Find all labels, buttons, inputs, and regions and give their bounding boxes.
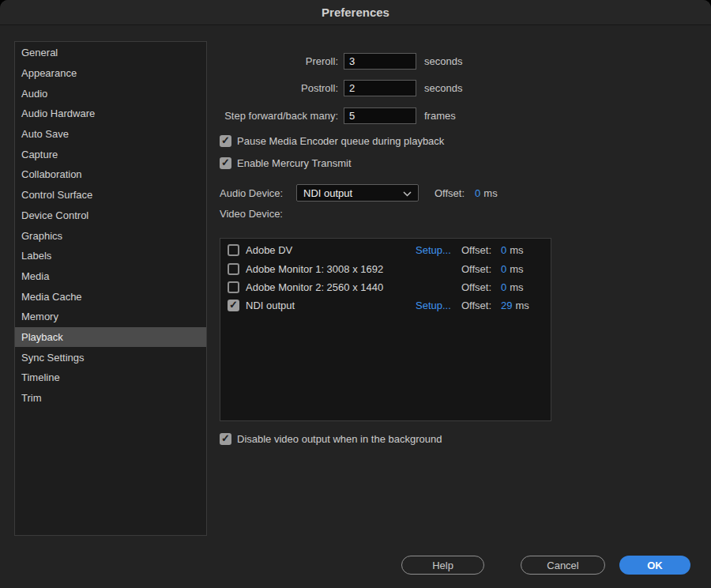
cancel-button[interactable]: Cancel [521,556,605,575]
sidebar-item-media[interactable]: Media [15,266,206,287]
video-device-offset-label: Offset: [461,281,501,293]
sidebar-item-timeline[interactable]: Timeline [15,368,206,388]
dialog-title: Preferences [322,6,389,19]
video-device-checkbox[interactable] [228,263,239,275]
audio-offset-label: Offset: [434,187,465,199]
sidebar-item-trim[interactable]: Trim [15,388,206,409]
video-device-offset-label: Offset: [461,263,501,275]
pause-media-encoder-checkbox[interactable] [220,135,231,147]
audio-device-selected-value: NDI output [303,187,352,199]
video-device-name: NDI output [246,300,416,311]
sidebar-item-memory[interactable]: Memory [15,307,206,327]
sidebar-item-appearance[interactable]: Appearance [15,63,206,84]
postroll-label: Postroll: [220,82,338,94]
sidebar: GeneralAppearanceAudioAudio HardwareAuto… [14,41,207,536]
video-device-offset-value[interactable]: 29 [501,300,512,311]
step-forward-back-unit: frames [424,110,456,122]
video-device-offset-label: Offset: [461,300,501,311]
video-device-name: Adobe Monitor 2: 2560 x 1440 [246,281,416,293]
video-device-offset-value[interactable]: 0 [501,244,506,256]
audio-offset-unit: ms [483,187,497,199]
disable-video-background-label: Disable video output when in the backgro… [237,433,442,445]
sidebar-item-collaboration[interactable]: Collaboration [15,164,206,185]
postroll-row: Postroll: seconds [220,79,462,96]
video-device-row: Adobe DVSetup...Offset:0ms [220,241,551,259]
video-device-offset-label: Offset: [461,244,501,256]
disable-video-background-row: Disable video output when in the backgro… [220,432,442,445]
titlebar: Preferences [0,0,711,25]
video-device-setup-link[interactable]: Setup... [416,300,461,311]
pause-media-encoder-row: Pause Media Encoder queue during playbac… [220,134,444,147]
sidebar-item-audio[interactable]: Audio [15,83,206,104]
audio-offset-value[interactable]: 0 [475,187,480,199]
video-device-label: Video Device: [220,208,283,220]
sidebar-item-playback[interactable]: Playback [15,327,206,348]
sidebar-item-control-surface[interactable]: Control Surface [15,185,206,205]
video-device-row: Adobe Monitor 1: 3008 x 1692Offset:0ms [220,259,551,277]
postroll-input[interactable] [344,80,416,96]
preroll-input[interactable] [344,53,416,70]
video-device-setup-link[interactable]: Setup... [416,244,461,256]
preroll-row: Preroll: seconds [220,52,462,70]
step-forward-back-label: Step forward/back many: [220,110,338,122]
video-device-row: NDI outputSetup...Offset:29ms [220,296,551,315]
sidebar-item-graphics[interactable]: Graphics [15,225,206,246]
sidebar-item-media-cache[interactable]: Media Cache [15,286,206,307]
video-device-offset-unit: ms [510,244,523,256]
sidebar-item-sync-settings[interactable]: Sync Settings [15,347,206,368]
sidebar-item-auto-save[interactable]: Auto Save [15,124,206,145]
audio-offset-group: Offset: 0 ms [434,187,498,199]
video-device-row: Adobe Monitor 2: 2560 x 1440Offset:0ms [220,278,551,296]
video-device-checkbox[interactable] [228,244,239,256]
video-device-name: Adobe Monitor 1: 3008 x 1692 [246,263,416,275]
video-device-offset-unit: ms [510,281,523,293]
chevron-down-icon [403,187,412,199]
enable-mercury-transmit-row: Enable Mercury Transmit [220,156,352,169]
video-device-offset-value[interactable]: 0 [501,263,506,275]
video-device-checkbox[interactable] [228,300,239,311]
sidebar-item-labels[interactable]: Labels [15,246,206,266]
video-device-list: Adobe DVSetup...Offset:0msAdobe Monitor … [220,238,551,421]
audio-device-label: Audio Device: [220,187,296,199]
preroll-label: Preroll: [220,55,338,67]
sidebar-item-general[interactable]: General [15,43,206,63]
step-forward-back-input[interactable] [344,107,416,124]
sidebar-item-device-control[interactable]: Device Control [15,205,206,226]
video-device-name: Adobe DV [246,244,416,256]
sidebar-item-audio-hardware[interactable]: Audio Hardware [15,104,206,124]
disable-video-background-checkbox[interactable] [220,433,231,445]
enable-mercury-transmit-checkbox[interactable] [220,157,231,169]
video-device-offset-unit: ms [510,263,523,275]
audio-device-select[interactable]: NDI output [296,184,419,202]
postroll-unit: seconds [424,82,462,94]
audio-device-row: Audio Device: NDI output Offset: 0 ms [220,184,498,202]
video-device-offset-unit: ms [515,300,529,311]
ok-button[interactable]: OK [619,556,690,575]
preroll-unit: seconds [424,55,462,67]
video-device-checkbox[interactable] [228,281,239,293]
pause-media-encoder-label: Pause Media Encoder queue during playbac… [237,135,444,147]
video-device-offset-value[interactable]: 0 [501,281,506,293]
enable-mercury-transmit-label: Enable Mercury Transmit [237,157,352,169]
help-button[interactable]: Help [401,556,484,575]
sidebar-item-capture[interactable]: Capture [15,144,206,164]
preferences-dialog: Preferences GeneralAppearanceAudioAudio … [0,0,711,588]
step-forward-back-row: Step forward/back many: frames [220,107,456,124]
